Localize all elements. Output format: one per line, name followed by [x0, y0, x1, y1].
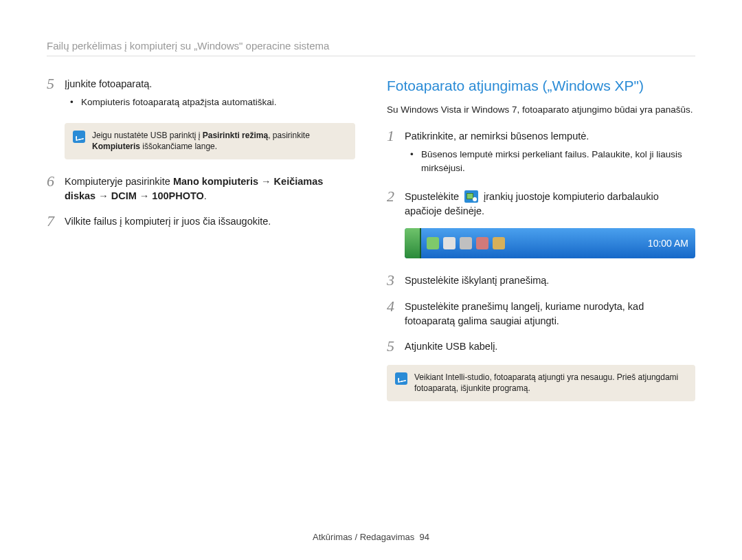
section-title: Fotoaparato atjungimas („Windows XP") — [387, 76, 695, 96]
start-button-icon — [405, 228, 421, 258]
step-text: Vilkite failus į kompiuterį ir juos čia … — [65, 213, 355, 229]
right-step-1: 1 Patikrinkite, ar nemirksi būsenos lemp… — [387, 128, 695, 179]
safely-remove-icon — [464, 190, 478, 203]
bullet: Kompiuteris fotoaparatą atpažįsta automa… — [70, 96, 355, 109]
note-box: Jeigu nustatėte USB parinktį į Pasirinkt… — [65, 123, 355, 160]
left-step-6: 6 Kompiuteryje pasirinkite Mano kompiute… — [47, 173, 355, 203]
step-number: 3 — [387, 272, 405, 289]
right-step-4: 4 Spustelėkite pranešimų langelį, kuriam… — [387, 298, 695, 328]
step-text: Spustelėkite pranešimų langelį, kuriame … — [405, 298, 695, 328]
left-step-7: 7 Vilkite failus į kompiuterį ir juos či… — [47, 213, 355, 229]
step-number: 5 — [47, 76, 65, 113]
note-icon — [395, 372, 407, 385]
step-text: Patikrinkite, ar nemirksi būsenos lemput… — [405, 131, 589, 142]
step-text: Spustelėkite iškylantį pranešimą. — [405, 272, 695, 289]
tray-icon — [460, 237, 472, 249]
step-text: Įjunkite fotoaparatą. — [65, 78, 152, 89]
left-column: 5 Įjunkite fotoaparatą. Kompiuteris foto… — [47, 76, 355, 415]
tray-icon — [476, 237, 488, 249]
step-number: 4 — [387, 298, 405, 328]
tray-icon — [443, 237, 456, 249]
tray-icon — [493, 237, 505, 249]
bullet: Būsenos lemputė mirksi perkeliant failus… — [410, 148, 695, 175]
note-box: Veikiant Intelli-studio, fotoaparatą atj… — [387, 365, 695, 402]
right-step-5: 5 Atjunkite USB kabelį. — [387, 338, 695, 355]
step-number: 7 — [47, 213, 65, 229]
right-step-3: 3 Spustelėkite iškylantį pranešimą. — [387, 272, 695, 289]
step-text: Atjunkite USB kabelį. — [405, 338, 695, 355]
note-icon — [73, 131, 85, 143]
right-step-2: 2 Spustelėkite įrankių juostoje kompiute… — [387, 188, 695, 219]
page-footer: Atkūrimas / Redagavimas 94 — [0, 532, 742, 542]
step-number: 5 — [387, 338, 405, 355]
note-text: Veikiant Intelli-studio, fotoaparatą atj… — [414, 372, 687, 395]
step-number: 6 — [47, 173, 65, 203]
step-number: 2 — [387, 188, 405, 219]
step-text: Kompiuteryje pasirinkite Mano kompiuteri… — [65, 173, 355, 203]
left-step-5: 5 Įjunkite fotoaparatą. Kompiuteris foto… — [47, 76, 355, 113]
system-tray — [421, 228, 510, 258]
breadcrumb: Failų perkėlimas į kompiuterį su „Window… — [47, 40, 695, 56]
section-intro: Su Windows Vista ir Windows 7, fotoapara… — [387, 103, 695, 117]
taskbar-clock: 10:00 AM — [648, 236, 688, 250]
step-number: 1 — [387, 128, 405, 179]
step-text: Spustelėkite įrankių juostoje kompiuteri… — [405, 188, 695, 219]
note-text: Jeigu nustatėte USB parinktį į Pasirinkt… — [92, 130, 347, 153]
right-column: Fotoaparato atjungimas („Windows XP") Su… — [387, 76, 695, 415]
tray-icon — [427, 237, 439, 249]
taskbar-screenshot: 10:00 AM — [405, 228, 695, 258]
